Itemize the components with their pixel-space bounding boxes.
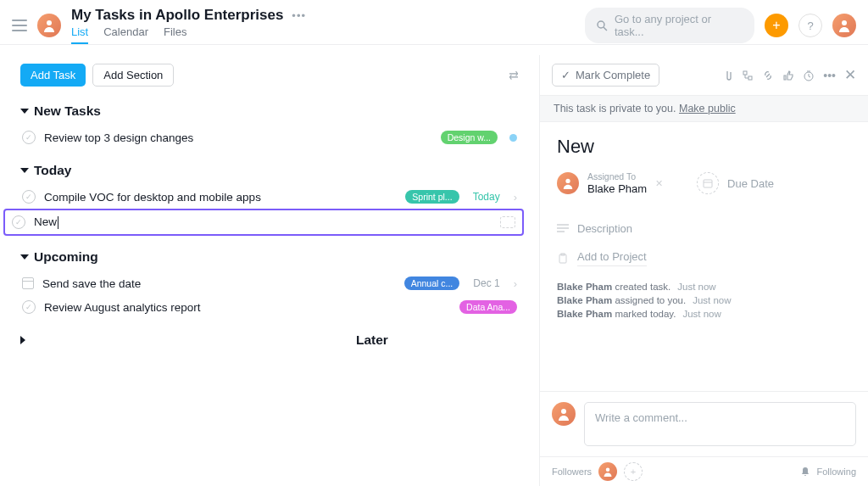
description-field[interactable]: Description	[557, 222, 851, 235]
privacy-banner: This task is private to you. Make public	[540, 96, 868, 122]
mark-complete-button[interactable]: ✓ Mark Complete	[552, 64, 659, 87]
tab-files[interactable]: Files	[164, 25, 186, 44]
follower-avatar[interactable]	[598, 462, 617, 481]
detail-footer: Followers + Following	[540, 456, 868, 486]
section-header-later[interactable]: Later	[20, 332, 519, 348]
activity-entry: Blake Pham marked today.Just now	[557, 309, 851, 319]
privacy-text: This task is private to you.	[554, 103, 679, 115]
more-icon[interactable]: •••	[823, 69, 836, 82]
bell-icon	[800, 466, 810, 477]
section-upcoming: Upcoming Send save the date Annual c... …	[20, 249, 519, 319]
section-header-upcoming[interactable]: Upcoming	[20, 249, 519, 265]
description-label: Description	[577, 222, 632, 235]
assignee-field[interactable]: Assigned To Blake Pham ✕	[557, 171, 663, 195]
tab-list[interactable]: List	[71, 25, 88, 44]
caret-right-icon	[20, 336, 349, 344]
following-label[interactable]: Following	[817, 466, 856, 477]
due-date: Today	[473, 191, 500, 203]
link-icon[interactable]	[762, 70, 774, 81]
mark-complete-label: Mark Complete	[576, 69, 650, 81]
svg-point-0	[47, 20, 52, 25]
add-follower-button[interactable]: +	[624, 462, 643, 481]
add-to-project-field[interactable]: Add to Project	[557, 250, 851, 266]
comment-avatar	[552, 402, 576, 426]
svg-point-1	[598, 21, 604, 28]
chevron-right-icon: ›	[514, 191, 517, 204]
status-dot	[509, 134, 517, 142]
clipboard-icon	[557, 253, 569, 265]
add-task-button[interactable]: Add Task	[20, 64, 86, 87]
activity-log: Blake Pham created task.Just now Blake P…	[557, 282, 851, 319]
task-title[interactable]: New	[557, 136, 851, 158]
task-name: Send save the date	[42, 277, 396, 290]
tab-calendar[interactable]: Calendar	[103, 25, 148, 44]
activity-entry: Blake Pham assigned to you.Just now	[557, 295, 851, 305]
hamburger-icon[interactable]	[12, 20, 27, 31]
svg-rect-4	[743, 71, 747, 75]
calendar-icon	[22, 277, 34, 289]
chevron-right-icon: ›	[514, 277, 517, 290]
task-detail-pane: ✓ Mark Complete ••• ✕ This task is priva…	[539, 55, 868, 486]
section-today: Today ✓ Compile VOC for desktop and mobi…	[20, 163, 519, 236]
svg-point-15	[561, 409, 566, 414]
calendar-icon	[697, 172, 719, 194]
caret-down-icon	[20, 254, 29, 260]
section-title: New Tasks	[34, 103, 101, 119]
add-section-button[interactable]: Add Section	[92, 64, 174, 87]
close-icon[interactable]: ✕	[844, 66, 856, 84]
add-to-project-label: Add to Project	[577, 250, 647, 266]
global-add-button[interactable]: +	[765, 14, 788, 37]
project-placeholder-icon[interactable]	[500, 216, 515, 228]
search-icon	[597, 20, 608, 31]
profile-avatar[interactable]	[832, 14, 856, 37]
attachment-icon[interactable]	[721, 70, 733, 81]
svg-line-2	[604, 26, 607, 30]
task-row[interactable]: ✓ Review top 3 design changes Design w..…	[20, 126, 519, 149]
caret-down-icon	[20, 168, 29, 173]
user-avatar[interactable]	[37, 14, 61, 37]
complete-checkbox[interactable]: ✓	[12, 215, 25, 229]
due-date-field[interactable]: Due Date	[697, 171, 774, 195]
main-content: Add Task Add Section ⇅ New Tasks ✓ Revie…	[0, 44, 868, 486]
title-more-icon[interactable]: •••	[292, 9, 306, 22]
description-icon	[557, 224, 569, 234]
task-row[interactable]: ✓ Review August analytics report Data An…	[20, 295, 519, 319]
task-row-editing[interactable]: ✓ New	[3, 209, 524, 236]
section-header-new-tasks[interactable]: New Tasks	[20, 103, 519, 119]
section-title: Later	[356, 332, 388, 348]
remove-assignee-icon[interactable]: ✕	[655, 178, 663, 189]
task-name-input[interactable]: New	[34, 215, 492, 229]
section-title: Upcoming	[34, 249, 98, 265]
settings-icon[interactable]: ⇅	[507, 70, 520, 81]
detail-toolbar: ✓ Mark Complete ••• ✕	[540, 55, 868, 96]
comment-placeholder: Write a comment...	[595, 411, 687, 424]
caret-down-icon	[20, 109, 29, 114]
search-input[interactable]: Go to any project or task...	[585, 8, 754, 43]
like-icon[interactable]	[782, 70, 794, 81]
followers-label: Followers	[552, 466, 592, 477]
search-placeholder: Go to any project or task...	[615, 13, 743, 38]
complete-checkbox[interactable]: ✓	[22, 131, 36, 144]
make-public-link[interactable]: Make public	[679, 103, 736, 115]
help-button[interactable]: ?	[798, 14, 822, 37]
subtask-icon[interactable]	[742, 70, 754, 81]
svg-point-7	[565, 179, 570, 183]
due-date: Dec 1	[473, 277, 499, 289]
task-row[interactable]: ✓ Compile VOC for desktop and mobile app…	[20, 185, 519, 209]
section-header-today[interactable]: Today	[20, 163, 519, 178]
project-pill[interactable]: Annual c...	[404, 277, 460, 290]
view-tabs: List Calendar Files	[71, 25, 575, 44]
project-pill[interactable]: Sprint pl...	[405, 190, 459, 204]
complete-checkbox[interactable]: ✓	[22, 300, 36, 314]
task-row[interactable]: Send save the date Annual c... Dec 1 ›	[20, 271, 519, 295]
task-list-pane: Add Task Add Section ⇅ New Tasks ✓ Revie…	[0, 55, 539, 486]
check-icon: ✓	[561, 69, 570, 81]
timer-icon[interactable]	[803, 70, 815, 81]
complete-checkbox[interactable]: ✓	[22, 190, 36, 204]
comment-input[interactable]: Write a comment...	[584, 402, 856, 446]
comment-area: Write a comment...	[540, 391, 868, 456]
assignee-avatar	[557, 172, 579, 194]
project-pill[interactable]: Design w...	[441, 131, 498, 144]
topbar: My Tasks in Apollo Enterprises ••• List …	[0, 0, 868, 44]
project-pill[interactable]: Data Ana...	[459, 300, 517, 314]
